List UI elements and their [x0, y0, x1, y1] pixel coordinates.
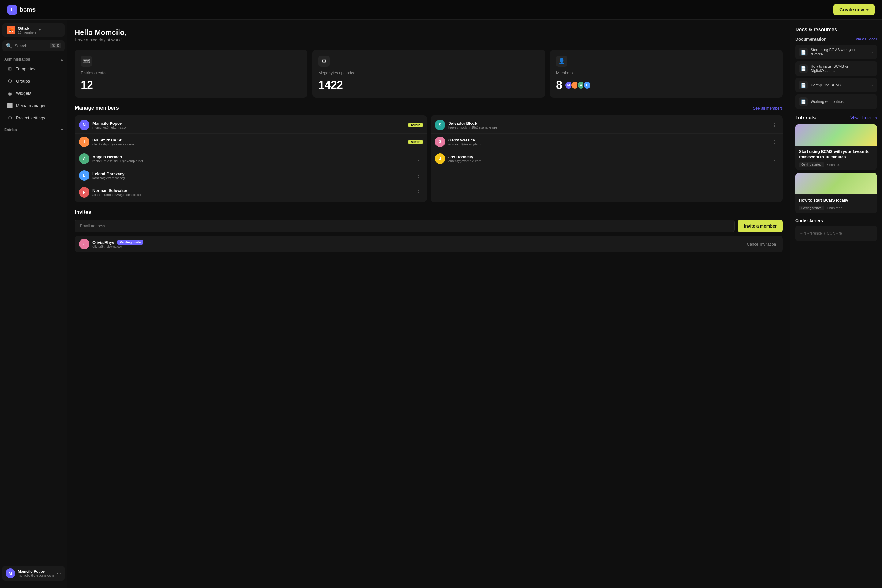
avatar: A	[79, 153, 89, 164]
doc-icon: 📄	[799, 98, 808, 106]
more-options-icon[interactable]: ⋮	[414, 155, 423, 162]
logo-text: bcms	[20, 6, 36, 13]
member-avatar: L	[583, 81, 591, 89]
search-icon: 🔍	[6, 43, 12, 49]
more-options-icon[interactable]: ⋯	[57, 570, 62, 576]
arrow-right-icon: →	[869, 82, 873, 88]
stat-value: 8	[556, 79, 562, 92]
avatar: L	[79, 170, 89, 181]
read-time: 8 min read	[826, 163, 843, 166]
bcms-logo-icon: b	[8, 5, 17, 15]
workspace-selector[interactable]: 🦊 Gitlab 10 members ▾	[3, 23, 64, 37]
pending-name: Olivia Rhye	[93, 240, 114, 245]
stat-label: Entries created	[81, 70, 302, 75]
stat-value: 1422	[318, 79, 539, 92]
members-icon: 👤	[556, 56, 567, 67]
member-row: N Norman Schwalter alian.baumbach36@exam…	[75, 184, 427, 201]
member-row: M Momcilo Popov momcilo@thebcms.com Admi…	[75, 117, 427, 134]
more-options-icon[interactable]: ⋮	[414, 189, 423, 196]
member-details: Salvador Block keeley.mcglynn16@example.…	[448, 121, 767, 129]
avatar: M	[6, 568, 15, 578]
topbar: b bcms Create new +	[0, 0, 882, 20]
administration-section[interactable]: Administration ▴	[0, 56, 67, 63]
sidebar-item-widgets[interactable]: ◉ Widgets	[3, 88, 64, 99]
member-details: Joy Donnelly omer3@example.com	[448, 154, 767, 163]
user-email: momcilo@thebcms.com	[18, 574, 54, 577]
manage-members-title: Manage members	[75, 105, 119, 111]
arrow-right-icon: →	[869, 66, 873, 71]
plus-icon: +	[866, 7, 868, 12]
sidebar-item-label: Media manager	[16, 103, 46, 108]
member-name: Norman Schwalter	[93, 188, 411, 193]
search-placeholder: Search	[15, 44, 47, 48]
stat-members-row: 8 M I A L	[556, 79, 777, 92]
tutorial-title: How to start BCMS locally	[799, 198, 873, 203]
sidebar-item-groups[interactable]: ⬡ Groups	[3, 75, 64, 87]
member-email: rachel_mrosciski57@example.net	[93, 159, 411, 163]
create-new-label: Create new	[839, 7, 864, 12]
member-name: Garry Watsica	[448, 138, 767, 142]
chevron-down-icon: ▾	[61, 128, 63, 132]
sidebar-item-project-settings[interactable]: ⚙ Project settings	[3, 112, 64, 124]
avatar: J	[435, 153, 445, 164]
member-details: Angelo Herman rachel_mrosciski57@example…	[93, 154, 411, 163]
doc-item[interactable]: 📄 How to install BCMS on DigitalOcean...…	[795, 61, 877, 76]
cancel-invitation-button[interactable]: Cancel invitation	[744, 241, 778, 248]
view-all-tutorials-link[interactable]: View all tutorials	[851, 116, 877, 120]
member-row: J Joy Donnelly omer3@example.com ⋮	[430, 150, 783, 167]
documentation-subsection: Documentation View all docs	[795, 37, 877, 42]
workspace-members: 10 members	[18, 31, 36, 34]
doc-item[interactable]: 📄 Start using BCMS with your favorite...…	[795, 45, 877, 59]
logo-area: b bcms	[8, 5, 36, 15]
invite-member-button[interactable]: Invite a member	[738, 220, 783, 232]
member-row: A Angelo Herman rachel_mrosciski57@examp…	[75, 150, 427, 167]
invite-row: Invite a member	[75, 220, 783, 232]
workspace-icon: 🦊	[7, 26, 15, 34]
member-row: G Garry Watsica wilson58@example.org ⋮	[430, 134, 783, 150]
member-name: Joy Donnelly	[448, 154, 767, 159]
avatar: N	[79, 187, 89, 198]
view-all-docs-link[interactable]: View all docs	[856, 37, 877, 41]
member-name: Angelo Herman	[93, 154, 411, 159]
sidebar-item-templates[interactable]: ⊞ Templates	[3, 63, 64, 75]
doc-item[interactable]: 📄 Configuring BCMS →	[795, 78, 877, 93]
doc-text: Working with entries	[811, 99, 866, 104]
tutorial-card-1[interactable]: Start using BCMS with your favourite fra…	[795, 124, 877, 170]
entries-label: Entries	[4, 128, 17, 132]
greeting-text: Hello Momcilo,	[75, 28, 783, 37]
member-email: alian.baumbach36@example.com	[93, 193, 411, 196]
doc-item-working-with-entries[interactable]: 📄 Working with entries →	[795, 94, 877, 109]
member-row: L Leland Gorczany kara24@example.org ⋮	[75, 167, 427, 184]
entries-section[interactable]: Entries ▾	[0, 126, 67, 133]
tutorial-tag: Getting started	[799, 162, 824, 167]
more-options-icon[interactable]: ⋮	[414, 172, 423, 179]
member-details: Leland Gorczany kara24@example.org	[93, 171, 411, 180]
see-all-members-link[interactable]: See all members	[753, 106, 783, 111]
code-starters-placeholder: →N→ference ✳ CON→fe	[795, 226, 877, 241]
doc-text: How to install BCMS on DigitalOcean...	[811, 64, 866, 73]
arrow-right-icon: →	[869, 99, 873, 104]
more-options-icon[interactable]: ⋮	[770, 138, 778, 146]
code-starters-section: Code starters →N→ference ✳ CON→fe	[795, 218, 877, 241]
doc-icon: 📄	[799, 64, 808, 73]
member-email: momcilo@thebcms.com	[93, 126, 405, 129]
templates-icon: ⊞	[7, 66, 13, 72]
sidebar-item-media[interactable]: ⬜ Media manager	[3, 100, 64, 111]
member-details: Garry Watsica wilson58@example.org	[448, 138, 767, 146]
search-bar[interactable]: 🔍 Search ⌘+K	[3, 40, 64, 51]
invite-email-input[interactable]	[75, 220, 735, 232]
tutorial-card-2[interactable]: How to start BCMS locally Getting starte…	[795, 173, 877, 213]
member-name: Ian Smitham Sr.	[93, 138, 405, 142]
upload-icon: ⚙	[318, 56, 330, 67]
doc-icon: 📄	[799, 81, 808, 89]
stat-card-members: 👤 Members 8 M I A L	[550, 50, 783, 98]
user-card[interactable]: M Momcilo Popov momcilo@thebcms.com ⋯	[3, 566, 64, 580]
avatar: S	[435, 120, 445, 130]
tutorials-title: Tutorials	[795, 115, 816, 121]
more-options-icon[interactable]: ⋮	[770, 122, 778, 129]
create-new-button[interactable]: Create new +	[833, 4, 874, 15]
code-starters-title: Code starters	[795, 218, 877, 223]
stats-row: ⌨ Entries created 12 ⚙ Megabytes uploade…	[75, 50, 783, 98]
more-options-icon[interactable]: ⋮	[770, 155, 778, 162]
member-email: omer3@example.com	[448, 159, 767, 163]
